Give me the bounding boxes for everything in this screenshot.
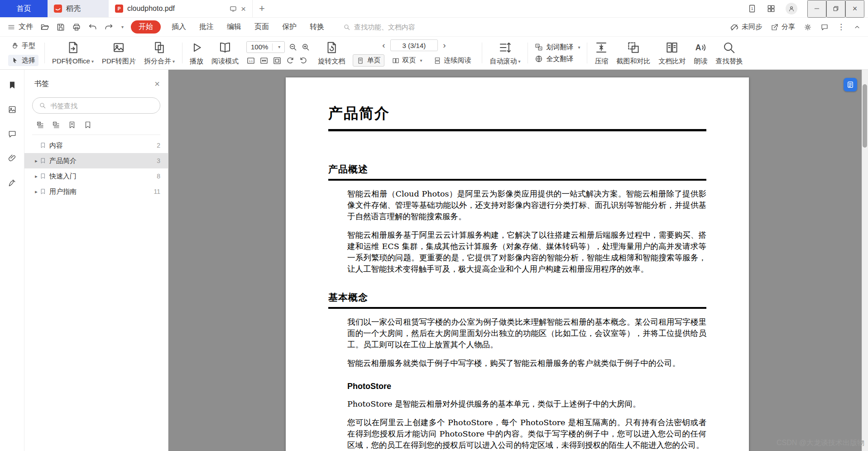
- bookmark-item[interactable]: 内容 2: [24, 138, 168, 153]
- floating-translate-widget-button[interactable]: [844, 78, 857, 91]
- ribbon-tab-insert[interactable]: 插入: [172, 22, 186, 32]
- file-menu-button[interactable]: 文件: [7, 22, 33, 32]
- bookmark-item[interactable]: ▸ 用户指南 11: [24, 184, 168, 199]
- compress-button[interactable]: 压缩: [590, 41, 612, 66]
- cursor-icon: [11, 57, 19, 64]
- caret-down-icon: ▾: [278, 44, 280, 49]
- ribbon-tab-annotate[interactable]: 批注: [199, 22, 214, 32]
- new-tab-button[interactable]: +: [253, 0, 271, 17]
- add-bookmark-button[interactable]: [68, 121, 76, 129]
- single-page-mode-button[interactable]: 单页: [353, 54, 384, 67]
- tab-docer[interactable]: 稻壳: [48, 0, 109, 17]
- gear-icon[interactable]: [804, 23, 812, 31]
- zoom-level-select[interactable]: 100% ▾: [246, 41, 285, 53]
- delete-bookmark-button[interactable]: [84, 121, 92, 129]
- search-icon: [39, 102, 46, 109]
- find-replace-button[interactable]: 查找替换: [711, 41, 747, 66]
- full-translate-button[interactable]: 全文翻译: [535, 55, 580, 63]
- tab-close-icon[interactable]: ×: [241, 5, 246, 13]
- function-search-input[interactable]: [354, 23, 449, 31]
- bookmarks-panel-button[interactable]: [7, 80, 18, 91]
- double-page-mode-button[interactable]: 双页 ▾: [388, 54, 426, 67]
- more-options-icon[interactable]: ⋮: [837, 22, 845, 32]
- fit-page-icon[interactable]: [273, 56, 282, 65]
- add-bookmark-icon: [68, 121, 76, 129]
- pdf-to-image-button[interactable]: PDF转图片: [98, 41, 140, 66]
- comment-icon[interactable]: [820, 23, 829, 31]
- ribbon-tab-page[interactable]: 页面: [254, 22, 269, 32]
- paperclip-icon: [8, 154, 17, 163]
- ribbon-tab-edit[interactable]: 编辑: [227, 22, 241, 32]
- scrollbar-thumb[interactable]: [863, 84, 867, 148]
- previous-page-button[interactable]: ‹: [381, 40, 386, 50]
- close-window-button[interactable]: ×: [845, 0, 864, 18]
- mini-document-icon: [846, 81, 854, 89]
- bookmark-search[interactable]: [32, 97, 160, 114]
- thumbnails-panel-button[interactable]: [7, 104, 18, 115]
- reading-mode-label: 阅读模式: [211, 57, 239, 66]
- next-page-button[interactable]: ›: [441, 40, 447, 50]
- document-compare-button[interactable]: 文档比对: [654, 41, 690, 66]
- start-ribbon-tab[interactable]: 开始: [131, 20, 161, 34]
- user-avatar[interactable]: [786, 3, 797, 14]
- reading-mode-button[interactable]: 阅读模式: [207, 41, 243, 66]
- expand-arrow-icon[interactable]: ▸: [33, 173, 40, 179]
- rotate-document-button[interactable]: 旋转文档: [314, 41, 349, 66]
- print-icon[interactable]: [72, 23, 81, 32]
- rotate-right-icon[interactable]: [299, 56, 308, 65]
- cast-icon[interactable]: [230, 5, 237, 12]
- minimize-button[interactable]: [807, 0, 826, 18]
- word-translate-button[interactable]: 文A 划词翻译 ▾: [535, 43, 580, 52]
- undo-icon[interactable]: [88, 23, 97, 32]
- hand-tool-label: 手型: [22, 42, 35, 50]
- bookmarks-close-icon[interactable]: ×: [154, 79, 160, 89]
- function-search[interactable]: [343, 23, 449, 31]
- tab-docer-label: 稻壳: [66, 4, 81, 14]
- tab-home[interactable]: 首页: [0, 0, 48, 17]
- rotate-left-icon[interactable]: [286, 56, 295, 65]
- sync-status[interactable]: 未同步: [730, 23, 762, 32]
- bookmark-item[interactable]: ▸ 快速入门 8: [24, 168, 168, 184]
- document-compare-label: 文档比对: [658, 57, 686, 66]
- page-indicator[interactable]: 3 (3/14): [390, 39, 438, 51]
- expand-all-button[interactable]: [36, 121, 44, 129]
- hand-tool-button[interactable]: 手型: [8, 40, 38, 52]
- pdf-to-office-button[interactable]: PDF转Office▾: [48, 41, 98, 66]
- comments-panel-button[interactable]: [7, 129, 18, 139]
- menu-bar: 文件 ▾ 开始 插入 批注 编辑 页面 保护 转换 未同步: [0, 18, 868, 37]
- fit-width-icon[interactable]: [259, 56, 269, 65]
- signature-panel-button[interactable]: [7, 178, 18, 188]
- play-slideshow-button[interactable]: 播放: [186, 41, 207, 66]
- auto-scroll-button[interactable]: 自动滚动▾: [485, 41, 524, 66]
- bookmark-search-input[interactable]: [50, 102, 153, 110]
- continuous-reading-button[interactable]: 连续阅读: [430, 54, 475, 67]
- tab-document[interactable]: P cloudphoto.pdf ×: [109, 0, 253, 17]
- split-merge-button[interactable]: 拆分合并▾: [140, 41, 179, 66]
- workspace-grid-icon[interactable]: [767, 4, 776, 13]
- expand-arrow-icon[interactable]: ▸: [33, 189, 40, 195]
- collapse-ribbon-icon[interactable]: [854, 24, 861, 31]
- document-canvas[interactable]: 产品简介 产品概述 智能云相册（Cloud Photos）是阿里云为影像类应用提…: [168, 70, 868, 451]
- zoom-in-icon[interactable]: [301, 43, 310, 52]
- read-aloud-button[interactable]: A 朗读: [690, 41, 711, 66]
- undo-history-caret-icon[interactable]: ▾: [121, 24, 124, 29]
- screenshot-compare-button[interactable]: 截图和对比: [612, 41, 654, 66]
- select-tool-button[interactable]: 选择: [8, 55, 38, 66]
- vertical-scrollbar[interactable]: [862, 70, 868, 451]
- attachments-panel-button[interactable]: [7, 153, 18, 164]
- bookmark-item-selected[interactable]: ▸ 产品简介 3: [24, 153, 168, 168]
- actual-size-icon[interactable]: 1:1: [246, 56, 255, 65]
- expand-arrow-icon[interactable]: ▸: [33, 158, 40, 164]
- share-button[interactable]: 分享: [771, 23, 795, 31]
- ribbon-tab-protect[interactable]: 保护: [282, 22, 297, 32]
- redo-icon[interactable]: [104, 23, 113, 32]
- single-window-layout-icon[interactable]: 1: [748, 4, 757, 13]
- save-icon[interactable]: [56, 23, 65, 32]
- open-folder-icon[interactable]: [40, 23, 49, 32]
- ribbon-tab-convert[interactable]: 转换: [310, 22, 324, 32]
- collapse-all-button[interactable]: [52, 121, 60, 129]
- paragraph: 智能云相册服务基于阿里云云计算服务构建，它解决了以往搭建云相册后端服务过程中，需…: [347, 230, 706, 275]
- find-replace-icon: [722, 41, 736, 54]
- maximize-button[interactable]: [826, 0, 845, 18]
- zoom-out-icon[interactable]: [288, 43, 297, 52]
